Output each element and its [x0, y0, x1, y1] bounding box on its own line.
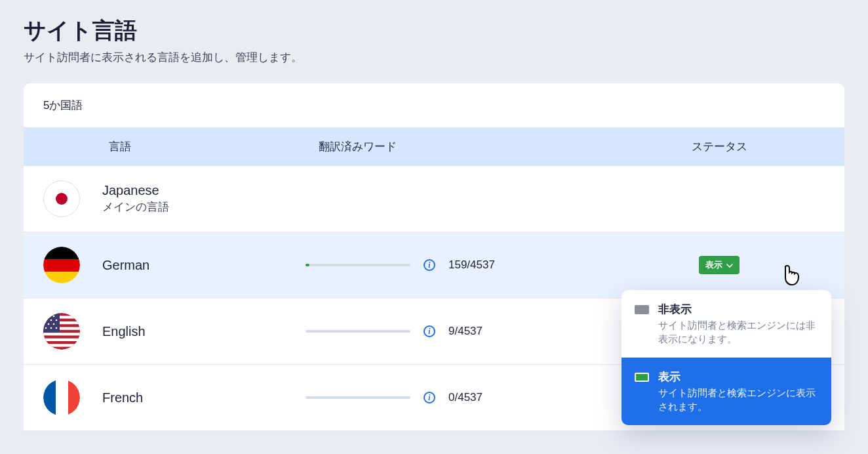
swatch-hidden-icon [635, 305, 649, 314]
dropdown-option-desc: サイト訪問者と検索エンジンに表示されます。 [658, 386, 818, 413]
svg-rect-28 [68, 379, 80, 416]
info-icon[interactable]: i [424, 392, 435, 403]
language-count: 5か国語 [24, 83, 844, 127]
language-name: English [102, 324, 306, 339]
table-row[interactable]: Japanese メインの言語 [24, 166, 844, 232]
word-count: 9/4537 [448, 325, 483, 338]
info-icon[interactable]: i [424, 325, 435, 337]
progress-bar [306, 396, 410, 399]
svg-point-14 [48, 316, 50, 318]
svg-point-19 [43, 323, 44, 325]
dropdown-option-title: 表示 [658, 369, 818, 384]
svg-rect-12 [43, 313, 60, 333]
svg-point-22 [45, 327, 47, 329]
svg-point-17 [50, 320, 52, 321]
info-icon[interactable]: i [424, 259, 435, 271]
language-name: German [102, 258, 306, 273]
svg-point-13 [43, 316, 44, 318]
dropdown-option-title: 非表示 [658, 302, 818, 317]
language-name: Japanese [102, 183, 306, 198]
languages-panel: 5か国語 言語 翻訳済みワード ステータス Japanese メインの言語 Ge… [24, 83, 844, 431]
chevron-down-icon [726, 260, 733, 270]
svg-point-21 [53, 323, 55, 325]
flag-icon-france [43, 379, 80, 416]
status-dropdown-menu: 非表示 サイト訪問者と検索エンジンには非表示になります。 表示 サイト訪問者と検… [621, 290, 831, 425]
page-title: サイト言語 [24, 16, 844, 46]
word-count: 0/4537 [448, 391, 483, 404]
svg-point-18 [56, 320, 58, 321]
flag-icon-usa [43, 313, 80, 350]
col-header-words: 翻訳済みワード [306, 139, 614, 154]
flag-icon-japan [43, 180, 80, 217]
table-row[interactable]: German i 159/4537 表示 [24, 232, 844, 299]
svg-point-15 [53, 316, 55, 318]
svg-rect-27 [56, 379, 68, 416]
svg-rect-1 [43, 247, 80, 259]
col-header-language: 言語 [43, 139, 306, 154]
language-name: French [102, 390, 306, 405]
table-header: 言語 翻訳済みワード ステータス [24, 127, 844, 166]
svg-point-24 [56, 327, 58, 329]
language-subtitle: メインの言語 [102, 199, 306, 215]
dropdown-option-visible[interactable]: 表示 サイト訪問者と検索エンジンに表示されます。 [621, 358, 831, 425]
svg-rect-9 [43, 333, 80, 335]
progress-bar [306, 264, 410, 266]
svg-rect-10 [43, 339, 80, 341]
status-label: 表示 [705, 259, 722, 271]
svg-rect-2 [43, 259, 80, 272]
page-subtitle: サイト訪問者に表示される言語を追加し、管理します。 [24, 50, 844, 65]
svg-rect-26 [43, 379, 56, 416]
svg-point-23 [50, 327, 52, 329]
status-dropdown-button[interactable]: 表示 [699, 256, 740, 274]
svg-rect-3 [43, 272, 80, 283]
cursor-icon [779, 264, 801, 291]
flag-icon-germany [43, 247, 80, 283]
progress-bar [306, 330, 410, 333]
col-header-status: ステータス [614, 139, 825, 154]
svg-rect-11 [43, 344, 80, 346]
word-count: 159/4537 [448, 258, 495, 272]
dropdown-option-desc: サイト訪問者と検索エンジンには非表示になります。 [658, 318, 818, 346]
svg-point-16 [45, 320, 47, 321]
svg-point-20 [48, 323, 50, 325]
swatch-visible-icon [635, 373, 649, 382]
svg-rect-6 [43, 316, 80, 318]
dropdown-option-hidden[interactable]: 非表示 サイト訪問者と検索エンジンには非表示になります。 [621, 290, 831, 358]
